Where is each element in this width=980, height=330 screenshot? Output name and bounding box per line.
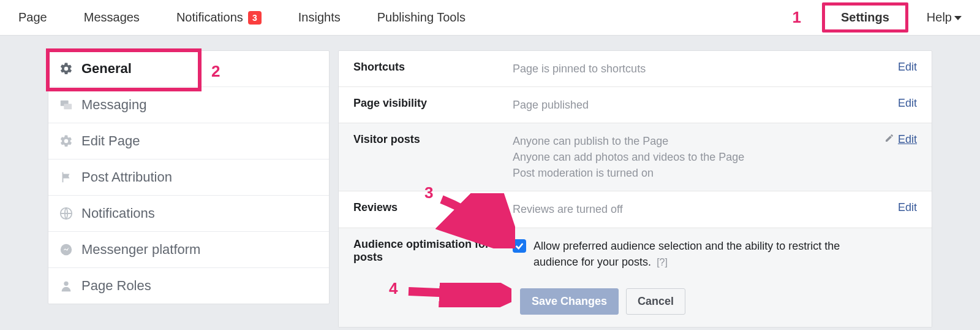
sidebar-item-post-attribution[interactable]: Post Attribution xyxy=(48,159,329,196)
nav-page[interactable]: Page xyxy=(18,10,47,25)
row-label: Page visibility xyxy=(353,97,513,113)
annotation-1: 1 xyxy=(792,8,801,27)
row-label: Reviews xyxy=(353,201,513,217)
pencil-icon xyxy=(884,133,894,146)
annotation-3: 3 xyxy=(424,183,433,202)
sidebar-item-messenger-platform[interactable]: Messenger platform xyxy=(48,232,329,268)
row-label: Audience optimisation for posts xyxy=(353,238,513,270)
row-label: Shortcuts xyxy=(353,61,513,77)
row-value: Page is pinned to shortcuts xyxy=(513,61,898,77)
sidebar-item-notifications[interactable]: Notifications xyxy=(48,196,329,232)
row-shortcuts: Shortcuts Page is pinned to shortcuts Ed… xyxy=(339,51,932,87)
person-icon xyxy=(59,279,73,293)
row-value: Anyone can publish to the Page Anyone ca… xyxy=(513,133,884,181)
row-label: Visitor posts xyxy=(353,133,513,181)
sidebar-item-general[interactable]: General xyxy=(48,51,329,87)
settings-pane: Shortcuts Page is pinned to shortcuts Ed… xyxy=(338,50,932,328)
row-audience-optimisation: Audience optimisation for posts Allow pr… xyxy=(339,228,932,280)
audience-description: Allow preferred audience selection and t… xyxy=(533,238,876,270)
row-value: Reviews are turned off xyxy=(513,201,898,217)
nav-insights[interactable]: Insights xyxy=(298,10,341,25)
settings-sidebar: General 2 Messaging Edit Page Post Attri… xyxy=(48,50,330,304)
sidebar-item-label: Messenger platform xyxy=(81,242,200,258)
caret-down-icon xyxy=(954,16,962,20)
sidebar-item-label: Page Roles xyxy=(81,278,151,294)
edit-link[interactable]: Edit xyxy=(898,61,917,77)
edit-link[interactable]: Edit xyxy=(898,201,917,217)
row-value: Page published xyxy=(513,97,898,113)
nav-help[interactable]: Help xyxy=(927,10,962,25)
sidebar-item-page-roles[interactable]: Page Roles xyxy=(48,268,329,304)
sidebar-item-messaging[interactable]: Messaging xyxy=(48,87,329,123)
button-row: Save Changes Cancel xyxy=(339,280,932,327)
sidebar-item-label: Post Attribution xyxy=(81,169,172,185)
flag-icon xyxy=(59,171,73,184)
svg-point-4 xyxy=(64,282,68,286)
sidebar-item-label: Notifications xyxy=(81,205,155,221)
globe-icon xyxy=(59,207,73,220)
sidebar-item-label: Messaging xyxy=(81,97,146,113)
row-page-visibility: Page visibility Page published Edit xyxy=(339,87,932,123)
nav-notifications-label: Notifications xyxy=(176,10,243,25)
gear-icon xyxy=(59,62,73,75)
annotation-2: 2 xyxy=(211,62,220,81)
sidebar-item-label: General xyxy=(81,61,132,77)
sidebar-item-edit-page[interactable]: Edit Page xyxy=(48,123,329,159)
svg-rect-1 xyxy=(64,104,72,109)
nav-messages[interactable]: Messages xyxy=(84,10,140,25)
messaging-icon xyxy=(59,98,73,112)
audience-checkbox[interactable] xyxy=(513,239,526,253)
help-hint[interactable]: [?] xyxy=(657,257,668,267)
notifications-badge: 3 xyxy=(248,11,262,25)
nav-help-label: Help xyxy=(927,10,952,25)
edit-link[interactable]: Edit xyxy=(898,97,917,113)
messenger-icon xyxy=(59,243,73,256)
nav-settings[interactable]: Settings xyxy=(822,2,908,33)
save-changes-button[interactable]: Save Changes xyxy=(520,288,619,315)
edit-link[interactable]: Edit xyxy=(884,133,917,181)
gear-icon xyxy=(59,134,73,148)
cancel-button[interactable]: Cancel xyxy=(626,288,685,315)
annotation-4: 4 xyxy=(389,279,398,298)
top-navbar: Page Messages Notifications 3 Insights P… xyxy=(0,0,980,36)
nav-publishing-tools[interactable]: Publishing Tools xyxy=(377,10,466,25)
nav-notifications[interactable]: Notifications 3 xyxy=(176,10,262,25)
sidebar-item-label: Edit Page xyxy=(81,133,140,149)
row-visitor-posts: Visitor posts Anyone can publish to the … xyxy=(339,123,932,191)
